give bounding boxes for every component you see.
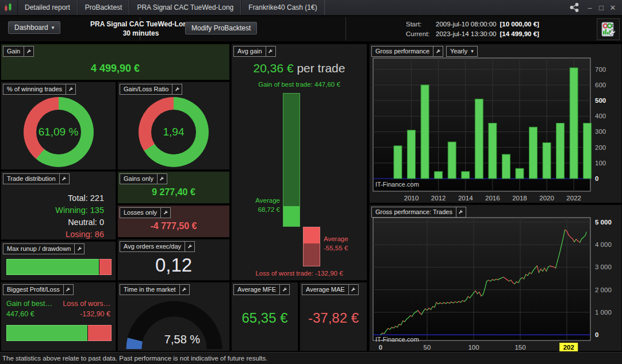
trade-distribution-rows: Total: 221Winning: 135Neutral: 0Losing: … — [55, 192, 104, 241]
gain-panel-title: Gain — [3, 47, 24, 56]
average-mfe-title: Average MFE — [234, 285, 279, 295]
avg-gain-title: Avg gain — [234, 47, 266, 56]
dashboard-dropdown[interactable]: Dashboard ▾ — [8, 21, 60, 34]
average-mfe-wrench-icon[interactable] — [279, 285, 289, 295]
svg-text:2010: 2010 — [404, 195, 419, 202]
svg-text:0: 0 — [379, 344, 382, 351]
best-gain-label: Gain of best… — [6, 299, 52, 309]
share-icon[interactable] — [569, 0, 579, 15]
worst-loss-block: Loss of wors… -132,90 € — [63, 299, 110, 319]
title-bar: Detailed report ProBacktest PRA Signal C… — [0, 0, 622, 16]
max-runup-wrench-icon[interactable] — [74, 244, 84, 254]
best-trade-label: Gain of best trade: 447,60 € — [232, 81, 367, 88]
current-label: Current: — [406, 29, 436, 39]
period-dropdown-label: Yearly — [447, 47, 471, 56]
average-mae-wrench-icon[interactable] — [348, 285, 358, 295]
gain-loss-ratio-donut: 1,94 — [118, 97, 229, 167]
svg-text:IT-Finance.com: IT-Finance.com — [375, 181, 419, 188]
avg-gain-value: 20,36 € — [254, 61, 294, 75]
tab-detailed-report[interactable]: Detailed report — [17, 0, 78, 15]
trade-distribution-row: Neutral: 0 — [55, 216, 104, 229]
tab-probacktest[interactable]: ProBacktest — [78, 0, 130, 15]
svg-text:50: 50 — [424, 344, 431, 351]
avg-gain-suffix: per trade — [294, 61, 345, 75]
svg-text:0: 0 — [595, 175, 598, 182]
gain-loss-ratio-wrench-icon[interactable] — [172, 84, 182, 94]
svg-text:200: 200 — [595, 144, 606, 151]
avg-gain-wrench-icon[interactable] — [266, 47, 275, 56]
maximize-button[interactable]: □ — [597, 3, 606, 12]
detailed-report-window: Detailed report ProBacktest PRA Signal C… — [0, 0, 622, 364]
trade-distribution-title: Trade distribution — [3, 174, 59, 184]
svg-text:5 000: 5 000 — [595, 219, 612, 226]
avg-positive-value: 68,72 € — [232, 206, 280, 213]
dashboard-settings-icon[interactable] — [597, 18, 620, 40]
gains-only-title: Gains only — [120, 174, 157, 184]
period-dropdown[interactable]: Yearly▾ — [446, 46, 478, 57]
avg-orders-wrench-icon[interactable] — [185, 242, 194, 251]
tab-frankrike40[interactable]: Frankrike40 Cash (1€) — [241, 0, 324, 15]
winning-trades-donut: 61,09 % — [1, 97, 116, 167]
svg-text:300: 300 — [595, 128, 606, 135]
biggest-profit-loss-panel: Biggest Profit/Loss Gain of best… 447,60… — [1, 282, 116, 351]
svg-text:2016: 2016 — [485, 195, 500, 202]
losses-only-value: -4 777,50 € — [118, 221, 229, 231]
gross-performance-wrench-icon[interactable] — [433, 47, 443, 56]
time-in-market-title: Time in the market — [120, 285, 179, 295]
svg-text:700: 700 — [595, 66, 606, 73]
runup-drawdown-bar — [6, 259, 112, 275]
svg-text:2022: 2022 — [566, 195, 581, 202]
gain-loss-ratio-title: Gain/Loss Ratio — [120, 84, 172, 94]
start-row: Start: 2009-jul-10 08:00:00 [10 000,00 €… — [406, 20, 539, 29]
biggest-pl-title: Biggest Profit/Loss — [3, 285, 63, 295]
titlebar-spacer — [325, 0, 569, 15]
trade-distribution-wrench-icon[interactable] — [59, 174, 69, 184]
gains-only-wrench-icon[interactable] — [157, 174, 167, 184]
average-mae-title: Average MAE — [302, 285, 348, 295]
modify-probacktest-button[interactable]: Modify ProBacktest — [185, 22, 257, 34]
dashboard-dropdown-label: Dashboard — [14, 24, 48, 32]
status-bar: The statistics above relate to past data… — [0, 352, 622, 364]
current-datetime: 2023-jul-14 13:30:00 — [436, 29, 497, 39]
biggest-bar-green — [6, 325, 87, 341]
svg-text:202: 202 — [563, 344, 574, 351]
gross-performance-title: Gross performance — [372, 47, 433, 56]
gross-performance-trades-wrench-icon[interactable] — [456, 207, 466, 217]
avg-gain-headline: 20,36 € per trade — [232, 61, 367, 75]
current-row: Current: 2023-jul-14 13:30:00 [14 499,90… — [406, 29, 539, 39]
gain-settings-wrench-icon[interactable] — [24, 47, 33, 56]
waterfall-red-dark — [303, 243, 320, 266]
best-gain-block: Gain of best… 447,60 € — [6, 299, 52, 319]
waterfall-green-dark — [283, 93, 300, 206]
current-capital: [14 499,90 €] — [500, 29, 539, 39]
time-in-market-wrench-icon[interactable] — [179, 285, 189, 295]
max-runup-title: Max runup / drawdown — [3, 244, 74, 254]
capital-dates: Start: 2009-jul-10 08:00:00 [10 000,00 €… — [406, 20, 539, 39]
toolbar: Dashboard ▾ PRA Signal CAC TueWed-Long 3… — [0, 16, 622, 42]
yearly-bar-chart: 0100200300400500600700201020122014201620… — [372, 57, 620, 203]
biggest-bar-red — [87, 325, 112, 341]
svg-text:400: 400 — [595, 113, 606, 119]
chevron-down-icon: ▾ — [52, 25, 55, 30]
svg-text:150: 150 — [515, 344, 525, 351]
biggest-pl-wrench-icon[interactable] — [63, 285, 73, 295]
losses-only-wrench-icon[interactable] — [160, 208, 170, 218]
svg-text:4 000: 4 000 — [595, 241, 612, 248]
svg-text:3 000: 3 000 — [595, 264, 612, 270]
svg-text:2018: 2018 — [512, 195, 527, 202]
avg-negative-label: Average — [324, 235, 348, 242]
winning-trades-panel: % of winning trades 61,09 % — [1, 82, 116, 170]
candlestick-app-icon — [0, 0, 17, 15]
toolbar-separator-2 — [345, 17, 346, 40]
winning-trades-wrench-icon[interactable] — [66, 84, 75, 94]
minimize-button[interactable]: – — [585, 3, 594, 12]
trade-distribution-row: Total: 221 — [55, 192, 104, 204]
close-button[interactable]: ✕ — [608, 3, 617, 12]
trade-distribution-panel: Trade distribution Total: 221Winning: 13… — [1, 171, 116, 240]
average-mfe-value: 65,35 € — [232, 310, 298, 326]
winning-trades-title: % of winning trades — [3, 84, 66, 94]
time-in-market-value: 7,58 % — [135, 333, 229, 346]
tab-pra-signal[interactable]: PRA Signal CAC TueWed-Long — [129, 0, 241, 15]
svg-text:100: 100 — [595, 160, 606, 166]
start-capital: [10 000,00 €] — [500, 20, 539, 29]
